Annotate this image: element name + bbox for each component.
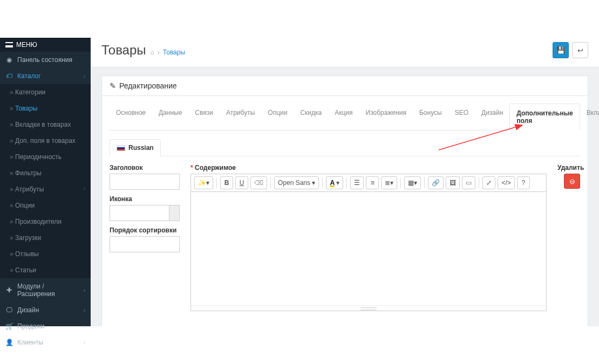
hamburger-icon [5, 42, 13, 47]
input-heading[interactable] [110, 174, 180, 190]
tab-special[interactable]: Акция [328, 104, 359, 122]
tab-tabs[interactable]: Вкладки [580, 104, 599, 122]
editor-table-button[interactable]: ▦▾ [404, 176, 421, 189]
tab-discount[interactable]: Скидка [294, 104, 328, 122]
input-sort-order[interactable] [110, 236, 180, 252]
wysiwyg-editor: ✨▾ B U ⌫ Open Sans ▾ A ▾ ☰ [190, 174, 547, 311]
editor-video-button[interactable]: ▭ [462, 176, 475, 189]
puzzle-icon: ✚ [5, 286, 13, 294]
reply-icon: ↩ [577, 46, 583, 54]
chevron-right-icon: › [84, 73, 85, 79]
tab-seo[interactable]: SEO [448, 104, 475, 122]
pencil-icon: ✎ [110, 81, 116, 90]
sidebar-item-dashboard[interactable]: ◉Панель состояния [0, 52, 91, 68]
chevron-right-icon: › [84, 340, 85, 346]
label-icon: Иконка [110, 195, 180, 203]
sidebar-sub-downloads[interactable]: Загрузки [0, 230, 91, 246]
editor-ol-button[interactable]: ≡ [366, 176, 379, 189]
tab-links[interactable]: Связи [188, 104, 220, 122]
editor-link-button[interactable]: 🔗 [428, 176, 444, 189]
menu-label: МЕНЮ [16, 41, 37, 49]
tv-icon: 🖵 [5, 306, 13, 314]
tab-general[interactable]: Основное [110, 104, 152, 122]
breadcrumb: ⌂ › Товары [151, 49, 186, 56]
sidebar-sub-recurring[interactable]: Периодичность [0, 149, 91, 165]
editor-clear-button[interactable]: ⌫ [250, 176, 267, 189]
flag-ru-icon [117, 145, 125, 151]
main-content: Товары ⌂ › Товары 💾 ↩ [91, 38, 599, 326]
save-button[interactable]: 💾 [553, 42, 569, 58]
editor-resize-handle[interactable] [191, 305, 546, 311]
tab-attribute[interactable]: Атрибуты [220, 104, 261, 122]
tab-design[interactable]: Дизайн [475, 104, 509, 122]
sidebar-sub-tabs-in-products[interactable]: Вкладки в товарах [0, 116, 91, 133]
editor-help-button[interactable]: ? [517, 176, 530, 189]
sidebar-item-modules[interactable]: ✚Модули / Расширения › [0, 278, 91, 302]
icon-picker-button[interactable] [169, 205, 180, 221]
tab-image[interactable]: Изображения [359, 104, 413, 122]
lang-tab-russian[interactable]: Russian [110, 139, 161, 156]
tab-option[interactable]: Опции [261, 104, 294, 122]
sidebar-item-sales[interactable]: 🛒Продажи › [0, 318, 91, 334]
input-icon[interactable] [110, 205, 169, 221]
sidebar-sub-extra-fields[interactable]: Доп. поля в товарах [0, 133, 91, 149]
label-heading: Заголовок [110, 164, 180, 171]
editor-ul-button[interactable]: ☰ [350, 176, 364, 189]
editor-magic-button[interactable]: ✨▾ [194, 176, 213, 189]
home-icon[interactable]: ⌂ [151, 49, 154, 56]
editor-fullscreen-button[interactable]: ⤢ [482, 176, 495, 189]
minus-circle-icon: ⊖ [569, 177, 575, 186]
sidebar-item-customers[interactable]: 👤Клиенты › [0, 334, 91, 351]
page-header: Товары ⌂ › Товары 💾 ↩ [91, 38, 599, 67]
sidebar: МЕНЮ ◉Панель состояния 🏷Каталог › Катего… [0, 38, 91, 326]
sidebar-sub-categories[interactable]: Категории [0, 84, 91, 100]
editor-bold-button[interactable]: B [220, 176, 233, 189]
sidebar-sub-products[interactable]: Товары [0, 100, 91, 116]
svg-line-1 [439, 125, 522, 150]
editor-content-area[interactable] [191, 192, 546, 305]
editor-underline-button[interactable]: U [235, 176, 248, 189]
chevron-right-icon: › [84, 186, 85, 191]
tab-data[interactable]: Данные [152, 104, 188, 122]
sidebar-sub-filters[interactable]: Фильтры [0, 165, 91, 181]
chevron-right-icon: › [84, 307, 85, 313]
breadcrumb-link[interactable]: Товары [163, 49, 185, 56]
editor-picture-button[interactable]: 🖼 [446, 176, 460, 189]
sidebar-sub-reviews[interactable]: Отзывы [0, 246, 91, 262]
sidebar-item-catalog[interactable]: 🏷Каталог › [0, 68, 91, 84]
editor-toolbar: ✨▾ B U ⌫ Open Sans ▾ A ▾ ☰ [191, 174, 546, 192]
label-sort: Порядок сортировки [110, 226, 180, 234]
cart-icon: 🛒 [5, 322, 13, 330]
sidebar-sub-attributes[interactable]: Атрибуты› [0, 181, 91, 197]
back-button[interactable]: ↩ [572, 42, 588, 58]
tab-reward[interactable]: Бонусы [413, 104, 448, 122]
editor-font-color-button[interactable]: A ▾ [326, 176, 343, 189]
sidebar-sub-articles[interactable]: Статьи [0, 262, 91, 278]
sidebar-item-design[interactable]: 🖵Дизайн › [0, 302, 91, 318]
tag-icon: 🏷 [5, 72, 13, 80]
sidebar-sub-manufacturers[interactable]: Производители [0, 214, 91, 230]
user-icon: 👤 [5, 339, 13, 346]
menu-header[interactable]: МЕНЮ [0, 38, 91, 52]
chevron-right-icon: › [84, 324, 85, 329]
sidebar-sub-options[interactable]: Опции [0, 197, 91, 214]
label-content: Содержимое [190, 164, 547, 171]
save-icon: 💾 [556, 46, 566, 54]
annotation-arrow [439, 124, 530, 151]
panel-heading: ✎ Редактирование [102, 76, 588, 96]
delete-field-button[interactable]: ⊖ [564, 174, 580, 189]
editor-code-button[interactable]: </> [498, 176, 514, 189]
label-delete: Удалить [557, 164, 580, 171]
dashboard-icon: ◉ [5, 56, 13, 64]
page-title: Товары [101, 43, 146, 58]
panel-edit: ✎ Редактирование Основное Данные Связи А… [101, 75, 588, 326]
editor-font-family-button[interactable]: Open Sans ▾ [274, 176, 319, 189]
chevron-right-icon: › [84, 287, 85, 293]
editor-align-button[interactable]: ≣▾ [381, 176, 397, 189]
